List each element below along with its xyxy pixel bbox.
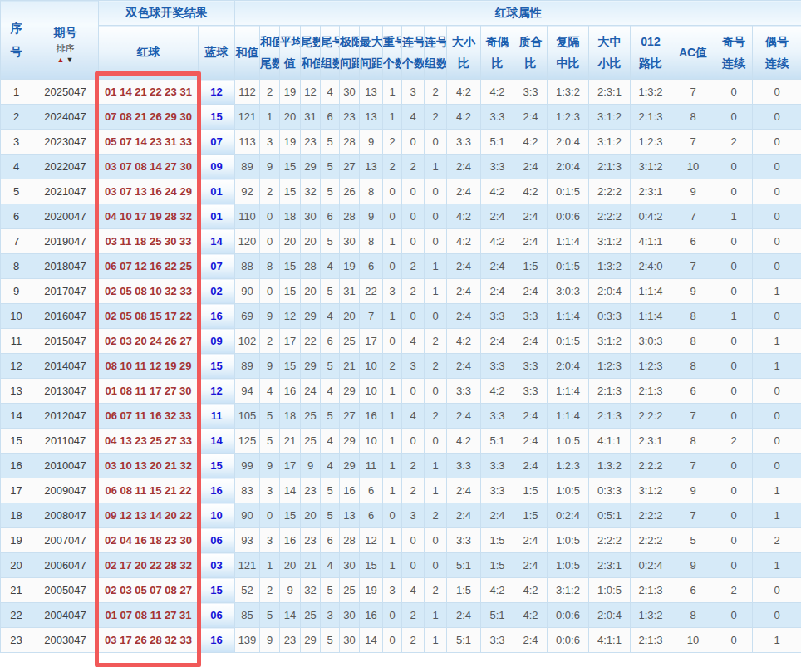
- table-row: 1202504701 14 21 22 23 31121122191243013…: [1, 80, 801, 105]
- attr-cell: 1: [753, 329, 801, 354]
- period-cell: 2005047: [32, 578, 99, 603]
- attr-cell: 15: [280, 179, 301, 204]
- attr-cell: 2:1:3: [631, 105, 671, 130]
- attr-cell: 2: [402, 478, 425, 503]
- attr-cell: 83: [235, 478, 260, 503]
- attr-cell: 8: [360, 229, 383, 254]
- attr-cell: 2:0:4: [548, 155, 589, 179]
- attr-cell: 2:4: [481, 204, 514, 229]
- attr-cell: 0: [425, 429, 447, 454]
- attr-cell: 2:4: [481, 254, 514, 279]
- attr-cell: 0:1:5: [548, 179, 589, 204]
- attr-cell: 6: [360, 503, 383, 528]
- attr-cell: 30: [340, 229, 360, 254]
- attr-cell: 0: [715, 603, 753, 628]
- attr-cell: 3:0:3: [548, 279, 589, 304]
- attr-cell: 2:4: [481, 503, 514, 528]
- period-cell: 2016047: [32, 304, 99, 329]
- attr-cell: 1: [383, 404, 402, 429]
- attr-cell: 3:3: [447, 454, 481, 478]
- attr-cell: 25: [301, 429, 321, 454]
- attr-cell: 2:4: [514, 553, 548, 578]
- red-balls-cell: 01 08 11 17 27 30: [99, 379, 199, 404]
- attr-cell: 10: [671, 155, 715, 179]
- attr-cell: 2:4: [447, 179, 481, 204]
- attr-cell: 5: [321, 130, 340, 155]
- attr-cell: 9: [360, 204, 383, 229]
- blue-ball-column-header: 蓝球: [199, 26, 235, 80]
- attr-cell: 2:4: [447, 603, 481, 628]
- attr-cell: 9: [301, 454, 321, 478]
- sort-ascending-icon[interactable]: ▲: [57, 56, 66, 65]
- attr-column-header: AC值: [671, 26, 715, 80]
- blue-ball-cell: 09: [199, 329, 235, 354]
- attr-cell: 4:2: [481, 179, 514, 204]
- attr-cell: 0: [753, 229, 801, 254]
- period-cell: 2013047: [32, 379, 99, 404]
- attr-cell: 2: [402, 628, 425, 653]
- serial-cell: 15: [1, 429, 32, 454]
- attr-cell: 110: [235, 204, 260, 229]
- attr-cell: 1:0:5: [548, 528, 589, 553]
- attr-cell: 4: [321, 454, 340, 478]
- attr-cell: 0: [753, 304, 801, 329]
- attr-cell: 0:3:3: [589, 478, 631, 503]
- lottery-table-wrapper: 序 号 期号 排序 ▲▼ 双色球开奖结果 红球属性 红球 蓝球: [0, 0, 801, 653]
- table-row: 13201304701 08 11 17 27 3012944162442910…: [1, 379, 801, 404]
- attr-cell: 0: [753, 179, 801, 204]
- table-row: 14201204706 07 11 16 32 3311105518255271…: [1, 404, 801, 429]
- attr-cell: 2:4: [447, 503, 481, 528]
- attr-cell: 2: [715, 578, 753, 603]
- attr-cell: 0: [715, 279, 753, 304]
- blue-ball-cell: 11: [199, 404, 235, 429]
- attr-cell: 23: [301, 528, 321, 553]
- serial-cell: 16: [1, 454, 32, 478]
- attr-cell: 1:5: [514, 478, 548, 503]
- attr-cell: 25: [340, 329, 360, 354]
- attr-cell: 0: [383, 179, 402, 204]
- attr-cell: 102: [235, 329, 260, 354]
- attr-cell: 4: [321, 304, 340, 329]
- attr-cell: 29: [301, 155, 321, 179]
- attr-cell: 3:1:2: [589, 130, 631, 155]
- attr-cell: 1:0:5: [548, 553, 589, 578]
- attr-column-header: 复隔中比: [548, 26, 589, 80]
- attr-cell: 0: [715, 179, 753, 204]
- attr-cell: 10: [671, 628, 715, 653]
- table-row: 15201104704 13 23 25 27 3314125521254291…: [1, 429, 801, 454]
- attr-cell: 0: [753, 603, 801, 628]
- attr-column-header: 奇偶比: [481, 26, 514, 80]
- table-row: 18200804709 12 13 14 20 2210900152051360…: [1, 503, 801, 528]
- attr-cell: 2:3:1: [631, 429, 671, 454]
- attr-cell: 4:2: [514, 578, 548, 603]
- attr-cell: 89: [235, 155, 260, 179]
- attr-cell: 0: [260, 279, 280, 304]
- attr-column-header: 尾号组数: [321, 26, 340, 80]
- attr-cell: 5: [260, 603, 280, 628]
- attr-cell: 0: [715, 229, 753, 254]
- attr-cell: 1:2:3: [548, 105, 589, 130]
- attr-cell: 16: [280, 379, 301, 404]
- attr-cell: 4: [402, 329, 425, 354]
- attr-cell: 2: [715, 130, 753, 155]
- table-row: 6202004704 10 17 19 28 32011100183062890…: [1, 204, 801, 229]
- attr-cell: 2:3:1: [589, 80, 631, 105]
- attr-column-header: 奇号连续: [715, 26, 753, 80]
- attr-cell: 4:2: [481, 229, 514, 254]
- attr-cell: 16: [340, 478, 360, 503]
- attr-cell: 28: [340, 528, 360, 553]
- attr-cell: 20: [301, 279, 321, 304]
- serial-cell: 2: [1, 105, 32, 130]
- red-balls-cell: 03 11 18 25 30 33: [99, 229, 199, 254]
- attr-cell: 3:3: [481, 628, 514, 653]
- attr-cell: 26: [340, 179, 360, 204]
- attr-cell: 2:4: [481, 279, 514, 304]
- attr-cell: 7: [671, 254, 715, 279]
- attr-cell: 1: [383, 379, 402, 404]
- attr-cell: 5:1: [447, 628, 481, 653]
- attr-cell: 31: [301, 105, 321, 130]
- attr-cell: 1:3:2: [631, 80, 671, 105]
- attr-cell: 1:2:3: [631, 354, 671, 379]
- red-balls-cell: 02 05 08 10 32 33: [99, 279, 199, 304]
- sort-descending-icon[interactable]: ▼: [66, 56, 75, 65]
